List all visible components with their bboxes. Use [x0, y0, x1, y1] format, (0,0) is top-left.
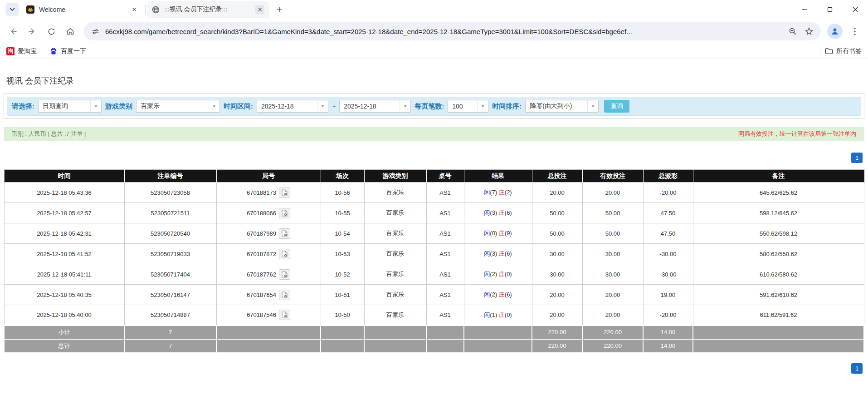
replay-file-icon: [282, 230, 288, 237]
total-empty-cell: [464, 339, 532, 353]
player-label: 闲: [484, 189, 490, 196]
table-row: 2025-12-18 05:40:35523050716147670187654…: [4, 285, 864, 305]
cell-total-bet-link[interactable]: 30.00: [532, 244, 582, 264]
cell-remark: 645.62/625.62: [693, 183, 864, 203]
home-button[interactable]: [62, 23, 79, 40]
video-replay-button[interactable]: [279, 269, 290, 280]
cell-remark: 580.62/550.62: [693, 244, 864, 264]
query-mode-select[interactable]: 日期查询 ▼: [38, 100, 102, 113]
column-header-1: 注单编号: [124, 170, 216, 183]
cell-remark: 610.62/580.62: [693, 264, 864, 285]
subtotal-empty-cell: [426, 326, 464, 339]
all-bookmarks-button[interactable]: 所有书签: [825, 47, 862, 55]
chevron-down-icon: ▼: [477, 100, 488, 112]
video-replay-button[interactable]: [279, 208, 290, 218]
tab-betrecord[interactable]: :::视讯 会员下注纪录::: ✕: [147, 1, 269, 18]
taobao-icon: 淘: [6, 47, 15, 55]
video-replay-button[interactable]: [279, 249, 290, 259]
cell-session: 10-55: [321, 203, 364, 223]
cell-game-type: 百家乐: [364, 183, 426, 203]
cell-result: 闲(2) 庄(0): [464, 264, 532, 285]
cell-round-id: 670187654: [216, 285, 321, 305]
address-bar[interactable]: 66cxkj98.com/game/betrecord_search/kind3…: [83, 22, 821, 40]
column-header-6: 结果: [464, 170, 532, 183]
column-header-9: 总派彩: [643, 170, 693, 183]
query-mode-value: 日期查询: [39, 100, 90, 112]
video-replay-button[interactable]: [279, 290, 290, 300]
subtotal-row: 小计7220.00220.0014.00: [4, 326, 864, 339]
site-info-icon[interactable]: [89, 25, 102, 38]
table-header-row: 时间注单编号局号场次游戏类别桌号结果总投注有效投注总派彩备注: [4, 170, 864, 183]
player-label: 闲: [484, 230, 490, 237]
close-window-button[interactable]: [843, 0, 868, 19]
page-size-select[interactable]: 100 ▼: [448, 100, 488, 113]
tab-close-icon[interactable]: ✕: [255, 5, 264, 14]
column-header-5: 桌号: [426, 170, 464, 183]
cell-bet-id: 523050719033: [124, 244, 216, 264]
total-valid-bet: 220.00: [582, 339, 643, 353]
profile-avatar[interactable]: [827, 24, 843, 39]
bookmark-baidu[interactable]: 百度一下: [49, 47, 86, 55]
banker-label: 庄: [499, 271, 505, 277]
cell-session: 10-52: [321, 264, 364, 285]
video-replay-button[interactable]: [279, 228, 290, 239]
reload-button[interactable]: [43, 23, 60, 40]
cell-total-bet-link[interactable]: 50.00: [532, 223, 582, 244]
video-replay-button[interactable]: [279, 188, 290, 198]
bookmark-star-icon[interactable]: [803, 25, 815, 38]
total-count: 7: [124, 339, 216, 353]
tab-close-icon[interactable]: ✕: [130, 5, 139, 14]
cell-total-bet-link[interactable]: 20.00: [532, 285, 582, 305]
tab-welcome[interactable]: Welcome ✕: [22, 1, 143, 18]
search-button[interactable]: 查询: [604, 100, 629, 113]
cell-payout: -30.00: [643, 264, 693, 285]
url-text[interactable]: 66cxkj98.com/game/betrecord_search/kind3…: [105, 28, 783, 35]
new-tab-button[interactable]: +: [273, 3, 286, 16]
sort-label: 时间排序:: [492, 102, 522, 111]
cell-session: 10-51: [321, 285, 364, 305]
bookmark-aitaobao[interactable]: 淘 爱淘宝: [6, 47, 37, 55]
page-1-button[interactable]: 1: [851, 363, 863, 374]
total-empty-cell: [216, 339, 321, 353]
cell-game-type: 百家乐: [364, 244, 426, 264]
date-start-select[interactable]: 2025-12-18 ▼: [257, 100, 328, 113]
page-content: 视讯 会员下注纪录 请选择: 日期查询 ▼ 游戏类别 百家乐 ▼ 时间区间: 2…: [0, 75, 868, 374]
browser-menu-icon[interactable]: [846, 23, 863, 40]
cell-time: 2025-12-18 05:40:35: [4, 285, 124, 305]
chevron-down-icon: ▼: [209, 100, 219, 112]
sort-select[interactable]: 降幂(由大到小) ▼: [525, 100, 599, 113]
zoom-icon[interactable]: [786, 25, 799, 38]
page-1-button[interactable]: 1: [851, 153, 863, 163]
cell-result: 闲(7) 庄(2): [464, 183, 532, 203]
cell-time: 2025-12-18 05:40:00: [4, 305, 124, 326]
round-id-text: 670188066: [247, 210, 276, 217]
cell-total-bet-link[interactable]: 20.00: [532, 305, 582, 326]
minimize-button[interactable]: [792, 0, 817, 19]
pagination-top: 1: [4, 153, 864, 163]
column-header-2: 局号: [216, 170, 321, 183]
maximize-button[interactable]: [817, 0, 843, 19]
all-bookmarks-label: 所有书签: [836, 47, 862, 55]
replay-file-icon: [282, 210, 288, 217]
cell-table-no: AS1: [426, 305, 464, 326]
total-label: 总计: [4, 339, 124, 353]
pagination-bottom: 1: [4, 363, 864, 374]
date-tilde: ~: [332, 103, 336, 110]
tab-search-button[interactable]: [5, 3, 19, 16]
cell-result: 闲(2) 庄(6): [464, 285, 532, 305]
round-id-text: 670187872: [247, 251, 276, 257]
forward-button[interactable]: [24, 23, 41, 40]
cell-total-bet-link[interactable]: 50.00: [532, 203, 582, 223]
video-replay-button[interactable]: [279, 310, 290, 320]
column-header-8: 有效投注: [582, 170, 643, 183]
cell-game-type: 百家乐: [364, 285, 426, 305]
bookmark-label: 百度一下: [61, 47, 86, 55]
date-end-select[interactable]: 2025-12-18 ▼: [339, 100, 411, 113]
back-button[interactable]: [5, 23, 22, 40]
game-type-select[interactable]: 百家乐 ▼: [136, 100, 220, 113]
cell-payout: 19.00: [643, 285, 693, 305]
cell-round-id: 670187989: [216, 223, 321, 244]
cell-session: 10-54: [321, 223, 364, 244]
cell-total-bet-link[interactable]: 30.00: [532, 264, 582, 285]
cell-total-bet-link[interactable]: 20.00: [532, 183, 582, 203]
